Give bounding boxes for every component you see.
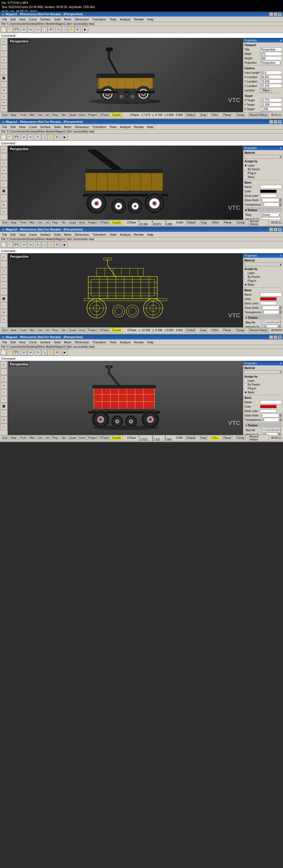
tb2-select[interactable]: ↖ — [35, 134, 41, 140]
tb3-render[interactable]: ▶ — [62, 242, 68, 248]
tb-select[interactable]: ↖ — [56, 27, 62, 33]
ortho-btn-3[interactable]: Ortho — [210, 328, 220, 332]
tool2-point[interactable]: · — [1, 153, 7, 160]
front-btn-1[interactable]: Front — [19, 113, 28, 117]
tb2-zoom[interactable]: 🔍 — [41, 134, 48, 140]
tb3-new[interactable]: 📄 — [1, 242, 7, 248]
osnap-btn-1[interactable]: Osnap — [235, 113, 246, 117]
menu-analyze-1[interactable]: Analyze — [118, 17, 132, 22]
maximize-btn-3[interactable]: □ — [274, 228, 278, 231]
gloss-spinner-4[interactable]: 0 ▲ ▼ — [260, 413, 282, 417]
menu-curve-4[interactable]: Curve — [27, 340, 38, 344]
color-swatch-4[interactable] — [260, 405, 277, 408]
cen-btn-2[interactable]: Cen — [36, 220, 44, 225]
menu-help-2[interactable]: Help — [146, 125, 155, 129]
tool2-rotate[interactable]: ↻ — [1, 202, 7, 208]
tb4-pan[interactable]: ✋ — [48, 349, 54, 355]
trans-up-4[interactable]: ▲ — [279, 418, 282, 420]
snap-btn-1[interactable]: Snap — [198, 113, 208, 117]
menu-tools-1[interactable]: Tools — [108, 17, 118, 22]
record-history-btn-1[interactable]: Record History — [248, 113, 269, 117]
trans-dn-4[interactable]: ▼ — [279, 420, 282, 422]
trans-up-2[interactable]: ▲ — [279, 203, 282, 205]
tool-select[interactable]: ↖ — [1, 39, 7, 44]
menu-help-1[interactable]: Help — [146, 17, 155, 22]
tb-zoom[interactable]: 🔍 — [62, 27, 68, 33]
menu-edit-1[interactable]: Edit — [9, 17, 18, 22]
tool2-box[interactable]: □ — [1, 174, 7, 181]
tb-paste[interactable]: 📌 — [48, 27, 54, 33]
tool4-cylinder[interactable]: ⬛ — [1, 403, 7, 410]
menu-file-1[interactable]: File — [1, 17, 9, 22]
trans-dn-2[interactable]: ▼ — [279, 205, 282, 207]
close-btn-4[interactable]: ✕ — [278, 335, 282, 339]
perp-btn-2[interactable]: Perp — [51, 220, 59, 225]
props-close-1[interactable]: ✕ — [280, 39, 282, 42]
tan-btn-1[interactable]: Tan — [60, 113, 67, 117]
intensity-spinner-3[interactable]: 100 ▲ ▼ — [261, 325, 281, 327]
strack-btn-4[interactable]: STrack — [99, 436, 110, 440]
menu-edit-4[interactable]: Edit — [9, 340, 18, 344]
project-btn-3[interactable]: Project — [87, 328, 98, 332]
tb-rotate[interactable]: ↻ — [74, 27, 81, 33]
tool3-cylinder[interactable]: ⬛ — [1, 295, 7, 302]
menu-render-3[interactable]: Render — [132, 232, 146, 237]
tb3-pan[interactable]: ✋ — [48, 242, 54, 248]
disable-btn-3[interactable]: Disable — [111, 328, 123, 332]
tb-undo[interactable]: ↩ — [21, 27, 27, 33]
menu-mesh-4[interactable]: Mesh — [62, 340, 73, 344]
menu-transform-4[interactable]: Transform — [91, 340, 108, 344]
tb4-undo[interactable]: ↩ — [21, 349, 27, 355]
near-btn-2[interactable]: Near — [9, 220, 18, 225]
ortho-btn-4[interactable]: Ortho — [210, 436, 220, 440]
gloss-dn-3[interactable]: ▼ — [279, 308, 282, 310]
tool4-point[interactable]: · — [1, 368, 7, 375]
end-btn-2[interactable]: End — [1, 220, 9, 225]
menu-surface-2[interactable]: Surface — [39, 125, 53, 129]
menu-view-3[interactable]: View — [18, 232, 27, 237]
tan-btn-4[interactable]: Tan — [60, 436, 67, 440]
tool-move[interactable]: ↕ — [1, 82, 7, 87]
mapfile-value-4[interactable]: C:\Users\hunter\Desk... — [261, 428, 281, 432]
menu-mesh-1[interactable]: Mesh — [62, 17, 73, 22]
tool3-move[interactable]: ↕ — [1, 302, 7, 309]
texture-header-2[interactable]: ▶ Texture — [244, 208, 282, 212]
close-btn-2[interactable]: ✕ — [278, 120, 282, 124]
int-btn-1[interactable]: Int — [44, 113, 50, 117]
tool-cylinder[interactable]: ⬛ — [1, 75, 7, 81]
project-btn-1[interactable]: Project — [87, 113, 98, 117]
gloss-up-3[interactable]: ▲ — [279, 306, 282, 308]
tb-redo[interactable]: ↪ — [27, 27, 33, 33]
props-close-2[interactable]: ✕ — [280, 147, 282, 150]
minimize-btn-2[interactable]: ─ — [269, 120, 273, 124]
trans-up-3[interactable]: ▲ — [279, 310, 282, 312]
cen-btn-3[interactable]: Cen — [36, 328, 44, 332]
gloss-spinner-2[interactable]: 0 ▲ ▼ — [260, 198, 282, 202]
int-dn-3[interactable]: ▼ — [278, 327, 281, 327]
near-btn-4[interactable]: Near — [9, 436, 18, 440]
mapfile-value-3[interactable]: C:\Users\hunter\Desk... — [261, 320, 281, 324]
texture-header-3[interactable]: ▼ Texture — [244, 316, 282, 319]
projection-dropdown[interactable]: Perspective ▾ — [260, 61, 282, 65]
snap-btn-4[interactable]: Snap — [198, 436, 208, 440]
radio-layer-3[interactable] — [244, 272, 247, 274]
tb-copy[interactable]: 📋 — [41, 27, 48, 33]
project-btn-4[interactable]: Project — [87, 436, 98, 440]
gloss-swatch-4[interactable] — [260, 409, 277, 413]
material-dropdown[interactable]: ▾ — [244, 155, 282, 159]
perp-btn-3[interactable]: Perp — [51, 328, 59, 332]
tb4-save[interactable]: 💾 — [13, 349, 19, 355]
target-place-btn[interactable]: Place — [260, 112, 272, 112]
menu-dimension-3[interactable]: Dimension — [73, 232, 91, 237]
tb-open[interactable]: 📂 — [7, 27, 13, 33]
radio-basic-4[interactable] — [244, 391, 247, 394]
menu-edit-2[interactable]: Edit — [9, 125, 18, 129]
radio-by-parent-4[interactable] — [244, 383, 247, 386]
props-close-4[interactable]: ✕ — [280, 362, 282, 365]
trans-dn-3[interactable]: ▼ — [279, 312, 282, 314]
perp-btn-4[interactable]: Perp — [51, 436, 59, 440]
minimize-btn-4[interactable]: ─ — [269, 335, 273, 339]
radio-plugin-4[interactable] — [244, 387, 247, 390]
menu-transform-3[interactable]: Transform — [91, 232, 108, 237]
end-btn-4[interactable]: End — [1, 436, 9, 440]
